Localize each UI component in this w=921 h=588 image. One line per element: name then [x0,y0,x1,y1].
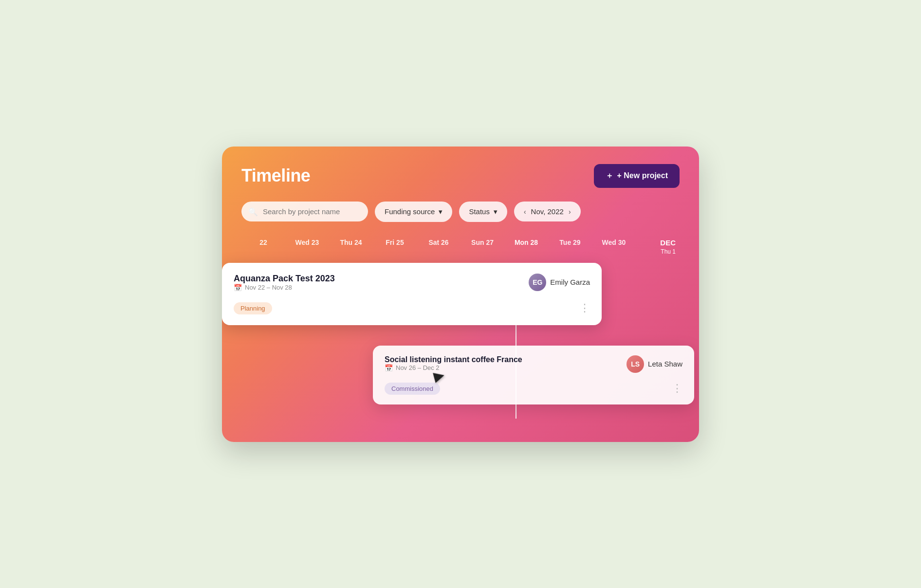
search-input[interactable] [241,202,368,221]
funding-source-filter[interactable]: Funding source ▾ [375,202,452,222]
day-col-dec: DECThu 1 [636,234,680,260]
card-left: Aquanza Pack Test 2023 📅 Nov 22 – Nov 28 [234,274,335,298]
project-date-aquanza: 📅 Nov 22 – Nov 28 [234,284,335,292]
day-col-26: Sat 26 [417,234,460,260]
assignee-name-aquanza: Emily Garza [550,278,590,286]
calendar-icon-2: 📅 [385,364,393,372]
day-col-30: Wed 30 [592,234,636,260]
card-left-social: Social listening instant coffee France 📅… [385,355,522,379]
card-header-social: Social listening instant coffee France 📅… [385,355,682,379]
chevron-down-icon-2: ▾ [494,207,497,216]
page-header: Timeline ＋ + New project [241,164,680,188]
day-col-28-today: Mon 28 [504,234,548,260]
next-month-button[interactable]: › [569,208,571,216]
page-title: Timeline [241,165,310,186]
new-project-button[interactable]: ＋ + New project [594,164,680,188]
projects-area: Aquanza Pack Test 2023 📅 Nov 22 – Nov 28… [241,263,680,419]
project-title-social: Social listening instant coffee France [385,355,522,364]
assignee-social: LS Leta Shaw [626,355,682,373]
chevron-down-icon: ▾ [439,207,442,216]
card-menu-aquanza[interactable]: ⋮ [579,303,590,313]
card-menu-social[interactable]: ⋮ [672,383,682,394]
current-month-label: Nov, 2022 [531,207,564,216]
assignee-aquanza: EG Emily Garza [529,274,590,291]
avatar-leta: LS [626,355,644,373]
status-badge-planning: Planning [234,302,272,314]
project-card-social[interactable]: Social listening instant coffee France 📅… [373,346,694,404]
search-wrapper: 🔍 [241,202,368,221]
day-col-22: 22 [241,234,285,260]
card-header-aquanza: Aquanza Pack Test 2023 📅 Nov 22 – Nov 28… [234,274,590,298]
avatar-emily: EG [529,274,546,291]
month-navigator: ‹ Nov, 2022 › [514,202,581,221]
calendar-header: 22 Wed 23 Thu 24 Fri 25 Sat 26 Sun 27 Mo… [241,234,680,260]
day-col-25: Fri 25 [373,234,417,260]
day-col-24: Thu 24 [329,234,373,260]
project-date-social: 📅 Nov 26 – Dec 2 [385,364,522,372]
day-col-27: Sun 27 [460,234,504,260]
timeline-container: Timeline ＋ + New project 🔍 Funding sourc… [222,147,699,442]
day-col-29: Tue 29 [548,234,592,260]
day-col-23: Wed 23 [285,234,329,260]
project-card-aquanza[interactable]: Aquanza Pack Test 2023 📅 Nov 22 – Nov 28… [222,263,602,325]
prev-month-button[interactable]: ‹ [524,208,526,216]
calendar-icon: 📅 [234,284,242,292]
funding-source-label: Funding source [385,207,435,216]
status-filter[interactable]: Status ▾ [459,202,507,222]
new-project-label: + New project [617,171,668,180]
assignee-name-social: Leta Shaw [648,360,682,368]
calendar-area: 22 Wed 23 Thu 24 Fri 25 Sat 26 Sun 27 Mo… [241,234,680,419]
plus-icon: ＋ [606,171,613,181]
status-badge-commissioned: Commissioned [385,383,440,395]
project-title-aquanza: Aquanza Pack Test 2023 [234,274,335,284]
status-label: Status [469,207,490,216]
date-range-social: Nov 26 – Dec 2 [396,364,440,371]
date-range-aquanza: Nov 22 – Nov 28 [245,284,292,291]
filters-bar: 🔍 Funding source ▾ Status ▾ ‹ Nov, 2022 … [241,202,680,222]
